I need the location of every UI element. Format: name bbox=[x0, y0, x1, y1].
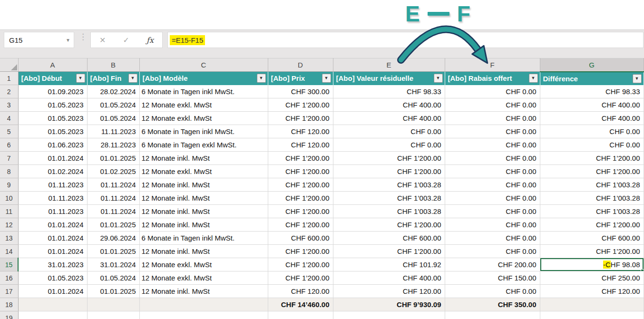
cell-d7[interactable]: CHF 1’200.00 bbox=[268, 152, 333, 165]
cell-f17[interactable]: CHF 0.00 bbox=[445, 285, 540, 298]
row-header-3[interactable]: 3 bbox=[0, 98, 18, 112]
cell-e6[interactable]: CHF 0.00 bbox=[333, 138, 445, 152]
column-header-d[interactable]: D bbox=[268, 58, 333, 72]
cell-a9[interactable]: 01.11.2023 bbox=[18, 178, 87, 192]
cell-g12[interactable]: CHF 1’200.00 bbox=[540, 218, 644, 232]
cell-e14[interactable]: CHF 1’200.00 bbox=[333, 245, 445, 258]
cell-d5[interactable]: CHF 120.00 bbox=[268, 125, 333, 138]
cell-a16[interactable]: 01.05.2023 bbox=[18, 271, 87, 285]
cell-g17[interactable]: CHF 120.00 bbox=[540, 285, 644, 298]
cell-c14[interactable]: 12 Monate inkl. MwSt bbox=[139, 245, 268, 258]
cell-c7[interactable]: 12 Monate inkl. MwSt bbox=[139, 152, 268, 165]
row-header-14[interactable]: 14 bbox=[0, 245, 18, 258]
cell-e4[interactable]: CHF 400.00 bbox=[333, 112, 445, 125]
cell-b4[interactable]: 01.05.2024 bbox=[87, 112, 139, 125]
cell-g9[interactable]: CHF 1’003.28 bbox=[540, 178, 644, 192]
cell-a2[interactable]: 01.09.2023 bbox=[18, 85, 87, 98]
cell-f18[interactable]: CHF 350.00 bbox=[445, 298, 540, 311]
cell-g16[interactable]: CHF 250.00 bbox=[540, 271, 644, 285]
row-header-11[interactable]: 11 bbox=[0, 205, 18, 218]
cell-e8[interactable]: CHF 1’200.00 bbox=[333, 165, 445, 178]
cell-g6[interactable]: CHF 0.00 bbox=[540, 138, 644, 152]
row-header-12[interactable]: 12 bbox=[0, 218, 18, 232]
cell-d6[interactable]: CHF 120.00 bbox=[268, 138, 333, 152]
cell-g2[interactable]: CHF 98.33 bbox=[540, 85, 644, 98]
cell-f5[interactable]: CHF 0.00 bbox=[445, 125, 540, 138]
row-header-7[interactable]: 7 bbox=[0, 152, 18, 165]
cell-c12[interactable]: 12 Monate inkl. MwSt bbox=[139, 218, 268, 232]
cell-a4[interactable]: 01.05.2023 bbox=[18, 112, 87, 125]
cell-b7[interactable]: 01.01.2025 bbox=[87, 152, 139, 165]
row-header-13[interactable]: 13 bbox=[0, 232, 18, 245]
cell-f8[interactable]: CHF 0.00 bbox=[445, 165, 540, 178]
row-header-16[interactable]: 16 bbox=[0, 271, 18, 285]
cell-f11[interactable]: CHF 0.00 bbox=[445, 205, 540, 218]
cell-d9[interactable]: CHF 1’200.00 bbox=[268, 178, 333, 192]
cell-b18[interactable] bbox=[87, 298, 139, 311]
cell-f7[interactable]: CHF 0.00 bbox=[445, 152, 540, 165]
cell-f16[interactable]: CHF 150.00 bbox=[445, 271, 540, 285]
cell-g19[interactable] bbox=[540, 311, 644, 319]
cell-a6[interactable]: 01.06.2023 bbox=[18, 138, 87, 152]
row-header-15[interactable]: 15 bbox=[0, 258, 18, 271]
cell-f9[interactable]: CHF 0.00 bbox=[445, 178, 540, 192]
cell-a18[interactable] bbox=[18, 298, 87, 311]
row-header-18[interactable]: 18 bbox=[0, 298, 18, 311]
cell-b10[interactable]: 01.11.2024 bbox=[87, 192, 139, 205]
filter-dropdown-button[interactable]: ▼ bbox=[257, 74, 266, 83]
cell-f14[interactable]: CHF 0.00 bbox=[445, 245, 540, 258]
cell-g14[interactable]: CHF 1’200.00 bbox=[540, 245, 644, 258]
cell-a13[interactable]: 01.01.2024 bbox=[18, 232, 87, 245]
filter-dropdown-button[interactable]: ▼ bbox=[434, 74, 443, 83]
row-header-4[interactable]: 4 bbox=[0, 112, 18, 125]
cell-d2[interactable]: CHF 300.00 bbox=[268, 85, 333, 98]
table-header-a[interactable]: [Abo] Début▼ bbox=[18, 72, 87, 85]
cell-f4[interactable]: CHF 0.00 bbox=[445, 112, 540, 125]
cell-d13[interactable]: CHF 600.00 bbox=[268, 232, 333, 245]
cell-b3[interactable]: 01.05.2024 bbox=[87, 98, 139, 112]
cell-c16[interactable]: 12 Monate exkl. MwSt bbox=[139, 271, 268, 285]
cell-e11[interactable]: CHF 1’003.28 bbox=[333, 205, 445, 218]
cell-d3[interactable]: CHF 1’200.00 bbox=[268, 98, 333, 112]
cell-e7[interactable]: CHF 1’200.00 bbox=[333, 152, 445, 165]
cell-d16[interactable]: CHF 1’200.00 bbox=[268, 271, 333, 285]
cell-a17[interactable]: 01.01.2024 bbox=[18, 285, 87, 298]
cell-b8[interactable]: 01.02.2025 bbox=[87, 165, 139, 178]
table-header-e[interactable]: [Abo] Valeur résiduelle▼ bbox=[333, 72, 445, 85]
row-header-6[interactable]: 6 bbox=[0, 138, 18, 152]
cell-g10[interactable]: CHF 1’003.28 bbox=[540, 192, 644, 205]
cell-f13[interactable]: CHF 0.00 bbox=[445, 232, 540, 245]
column-header-c[interactable]: C bbox=[139, 58, 268, 72]
cell-c15[interactable]: 12 Monate exkl. MwSt bbox=[139, 258, 268, 271]
cell-b14[interactable]: 01.01.2025 bbox=[87, 245, 139, 258]
table-header-b[interactable]: [Abo] Fin▼ bbox=[87, 72, 139, 85]
name-box-dropdown-icon[interactable]: ▼ bbox=[62, 38, 74, 43]
cell-b2[interactable]: 28.02.2024 bbox=[87, 85, 139, 98]
cell-a14[interactable]: 01.01.2024 bbox=[18, 245, 87, 258]
row-header-19[interactable]: 19 bbox=[0, 311, 18, 319]
table-header-c[interactable]: [Abo] Modèle▼ bbox=[139, 72, 268, 85]
enter-icon[interactable]: ✓ bbox=[123, 36, 129, 45]
column-header-g[interactable]: G bbox=[540, 58, 644, 72]
cell-c8[interactable]: 12 Monate exkl. MwSt bbox=[139, 165, 268, 178]
cell-a10[interactable]: 01.11.2023 bbox=[18, 192, 87, 205]
cell-d17[interactable]: CHF 120.00 bbox=[268, 285, 333, 298]
cell-b16[interactable]: 01.05.2024 bbox=[87, 271, 139, 285]
cell-b6[interactable]: 28.11.2023 bbox=[87, 138, 139, 152]
cell-a19[interactable] bbox=[18, 311, 87, 319]
cell-d10[interactable]: CHF 1’200.00 bbox=[268, 192, 333, 205]
cell-f19[interactable] bbox=[445, 311, 540, 319]
cell-e16[interactable]: CHF 400.00 bbox=[333, 271, 445, 285]
cell-a12[interactable]: 01.01.2024 bbox=[18, 218, 87, 232]
cell-g4[interactable]: CHF 400.00 bbox=[540, 112, 644, 125]
row-header-8[interactable]: 8 bbox=[0, 165, 18, 178]
cell-e5[interactable]: CHF 0.00 bbox=[333, 125, 445, 138]
cell-g3[interactable]: CHF 400.00 bbox=[540, 98, 644, 112]
cell-d4[interactable]: CHF 1’200.00 bbox=[268, 112, 333, 125]
fill-handle[interactable] bbox=[641, 269, 644, 271]
select-all-button[interactable] bbox=[0, 58, 18, 72]
insert-function-icon[interactable]: ƒx bbox=[146, 36, 154, 45]
table-header-f[interactable]: [Abo] Rabais offert▼ bbox=[445, 72, 540, 85]
row-header-2[interactable]: 2 bbox=[0, 85, 18, 98]
cell-b11[interactable]: 01.11.2024 bbox=[87, 205, 139, 218]
